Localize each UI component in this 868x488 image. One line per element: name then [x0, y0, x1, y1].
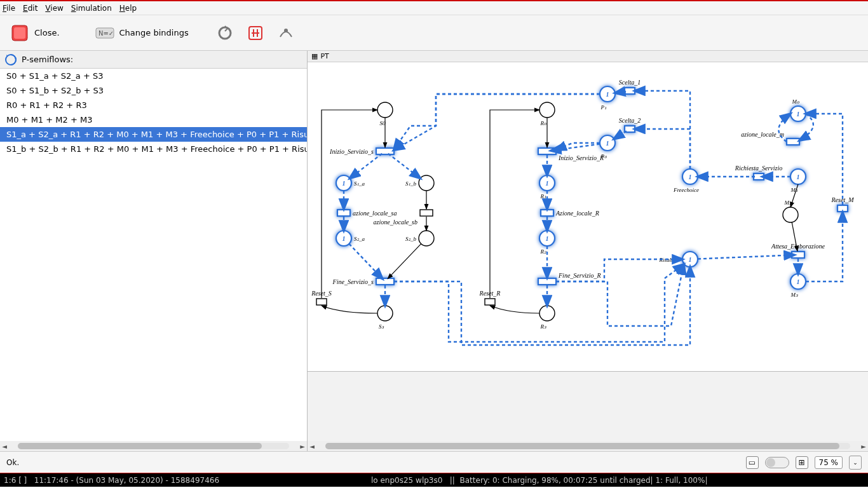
svg-text:1: 1 [546, 235, 549, 242]
svg-rect-79 [754, 173, 764, 180]
svg-point-50 [783, 207, 798, 222]
svg-text:S₂_a: S₂_a [354, 236, 365, 242]
semiflows-list[interactable]: S0 + S1_a + S2_a + S3S0 + S1_b + S2_b + … [0, 69, 307, 441]
svg-point-22 [539, 102, 555, 118]
svg-rect-81 [792, 252, 804, 258]
measure-button[interactable] [275, 22, 297, 44]
refresh-button[interactable] [214, 22, 236, 44]
svg-text:Scelta_1: Scelta_1 [619, 79, 641, 86]
svg-point-20 [377, 306, 393, 321]
svg-rect-57 [337, 210, 350, 216]
svg-rect-61 [376, 278, 394, 285]
bindings-icon: N=✓ [95, 24, 114, 43]
menu-file[interactable]: File [3, 4, 15, 13]
svg-text:1: 1 [797, 111, 800, 118]
svg-text:1: 1 [689, 173, 692, 180]
svg-text:S₂_b: S₂_b [405, 236, 417, 242]
menu-edit[interactable]: Edit [23, 4, 37, 13]
menu-help[interactable]: Help [119, 4, 137, 13]
change-bindings-button[interactable]: N=✓ Change bindings [92, 21, 193, 45]
svg-text:1: 1 [606, 140, 609, 147]
swap-button[interactable] [245, 22, 266, 44]
list-item[interactable]: S0 + S1_a + S2_a + S3 [0, 69, 307, 83]
semiflows-icon [4, 53, 18, 67]
menu-view[interactable]: View [45, 4, 63, 13]
os-taskbar: 1:6 [ ] 11:17:46 - (Sun 03 May, 05.2020)… [0, 473, 868, 487]
svg-text:azione_locale_m: azione_locale_m [741, 131, 784, 138]
svg-text:S₁_b: S₁_b [405, 180, 417, 187]
svg-text:azione_locale_sa: azione_locale_sa [353, 210, 397, 217]
app-window: File Edit View Simulation Help Close. N=… [0, 0, 868, 473]
scroll-right-icon[interactable]: ► [298, 443, 307, 450]
taskbar-right [859, 476, 864, 485]
right-header: ▦ PT [308, 51, 868, 62]
view-toggle[interactable] [765, 457, 789, 468]
scroll-thumb[interactable] [18, 443, 262, 449]
svg-text:1: 1 [342, 235, 346, 242]
svg-rect-71 [485, 299, 495, 305]
status-controls: ▭ ⊞ 75 % ⌄ [746, 456, 862, 470]
left-header: P-semiflows: [0, 51, 307, 69]
scroll-thumb[interactable] [325, 443, 839, 449]
svg-point-4 [219, 27, 231, 39]
menu-simulation[interactable]: Simulation [71, 4, 112, 13]
scroll-track[interactable] [18, 443, 289, 449]
scroll-left-icon[interactable]: ◄ [0, 443, 9, 450]
petri-canvas[interactable]: S01S₁_aS₁_b1S₂_aS₂_bS₃R₀1R₁1R₂R₃1P₁1P₀1F… [308, 62, 868, 371]
svg-point-6 [284, 29, 288, 32]
tab-label: PT [320, 52, 329, 60]
list-item[interactable]: S0 + S1_b + S2_b + S3 [0, 83, 307, 98]
list-item[interactable]: M0 + M1 + M2 + M3 [0, 112, 307, 127]
close-label: Close. [34, 28, 60, 37]
svg-rect-77 [787, 139, 799, 145]
svg-text:N=✓: N=✓ [98, 30, 114, 37]
zoom-out-button[interactable]: ▭ [746, 456, 759, 469]
swap-icon [247, 24, 264, 42]
svg-text:1: 1 [797, 278, 800, 285]
svg-text:P₁: P₁ [600, 104, 606, 111]
close-button[interactable]: Close. [6, 21, 64, 45]
svg-point-13 [419, 175, 434, 191]
taskbar-mid: lo enp0s25 wlp3s0 || Battery: 0: Chargin… [371, 476, 707, 485]
svg-text:1: 1 [797, 173, 800, 180]
right-bottom-panel [308, 371, 868, 441]
svg-rect-65 [538, 148, 556, 154]
refresh-icon [216, 24, 234, 42]
svg-text:Attesa_Elaborazione: Attesa_Elaborazione [771, 243, 825, 250]
right-hscroll[interactable]: ◄ ► [308, 441, 868, 451]
svg-rect-67 [541, 210, 553, 216]
caliper-icon [277, 24, 295, 42]
svg-text:R₂: R₂ [539, 248, 546, 255]
svg-text:M₀: M₀ [791, 98, 799, 105]
svg-text:1: 1 [689, 256, 692, 263]
scroll-left-icon[interactable]: ◄ [308, 443, 316, 450]
list-item[interactable]: R0 + R1 + R2 + R3 [0, 98, 307, 112]
change-bindings-label: Change bindings [119, 28, 189, 37]
tab-icon: ▦ [311, 52, 318, 60]
svg-rect-73 [625, 88, 635, 94]
svg-text:Fine_Servizio_s: Fine_Servizio_s [332, 278, 374, 285]
svg-text:R₃: R₃ [539, 323, 546, 330]
zoom-dropdown[interactable]: ⌄ [849, 456, 862, 470]
list-item[interactable]: S1_a + S2_a + R1 + R2 + M0 + M1 + M3 + F… [0, 127, 307, 142]
left-hscroll[interactable]: ◄ ► [0, 441, 307, 451]
svg-text:Fine_Servizio_R: Fine_Servizio_R [558, 272, 601, 279]
svg-rect-83 [837, 205, 848, 212]
taskbar-left: 1:6 [ ] 11:17:46 - (Sun 03 May, 05.2020)… [4, 476, 219, 485]
svg-text:Azione_locale_R: Azione_locale_R [555, 210, 599, 217]
svg-rect-69 [538, 278, 556, 285]
svg-text:1: 1 [342, 180, 346, 187]
close-icon [10, 24, 29, 43]
scroll-track[interactable] [325, 443, 850, 449]
svg-point-30 [539, 306, 555, 321]
zoom-value: 75 % [815, 456, 843, 469]
statusbar: Ok. ▭ ⊞ 75 % ⌄ [0, 451, 868, 473]
svg-text:Scelta_2: Scelta_2 [619, 117, 641, 124]
status-message: Ok. [6, 458, 19, 467]
list-item[interactable]: S1_b + S2_b + R1 + R2 + M0 + M1 + M3 + F… [0, 142, 307, 156]
svg-text:Richiesta_Servizio: Richiesta_Servizio [735, 165, 782, 172]
svg-point-8 [377, 102, 393, 118]
zoom-in-button[interactable]: ⊞ [796, 456, 808, 469]
scroll-right-icon[interactable]: ► [859, 443, 868, 450]
svg-text:Inizio_Servizio_R: Inizio_Servizio_R [558, 154, 604, 161]
